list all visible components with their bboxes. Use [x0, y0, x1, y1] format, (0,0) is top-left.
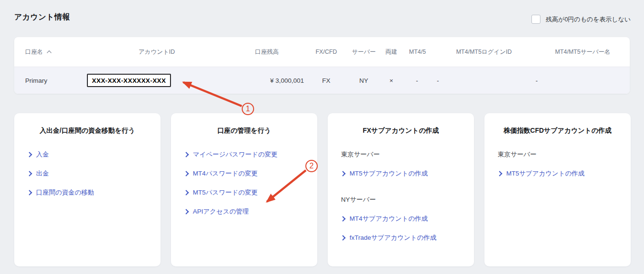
link-api-access[interactable]: APIアクセスの管理	[184, 207, 249, 216]
link-mt4-password[interactable]: MT4パスワードの変更	[184, 169, 258, 178]
server-group-label: 東京サーバー	[498, 150, 537, 159]
chevron-right-icon	[27, 190, 32, 195]
link-ny-fxtrade-sub-label: fxTradeサブアカウントの作成	[350, 233, 436, 242]
card-fx-sub-title: FXサブアカウントの作成	[334, 126, 467, 135]
ny-server-group: NYサーバー MT4サブアカウントの作成 fxTradeサブアカウントの作成	[341, 195, 436, 242]
column-fx-cfd: FX/CFD	[315, 49, 337, 55]
link-withdrawal-label: 出金	[36, 169, 49, 178]
column-balance: 口座残高	[255, 48, 279, 56]
column-account-id: アカウントID	[139, 48, 175, 56]
mt4-5-cell-2: -	[437, 77, 439, 84]
link-fund-transfer-label: 口座間の資金の移動	[36, 188, 94, 197]
login-id-cell: -	[536, 77, 538, 84]
card-fx-sub: FXサブアカウントの作成 東京サーバー MT5サブアカウントの作成 NYサーバー…	[328, 113, 474, 266]
card-cfd-sub-title: 株価指数CFDサブアカウントの作成	[491, 126, 624, 135]
link-mt5-password-label: MT5パスワードの変更	[193, 188, 258, 197]
link-mt4-password-label: MT4パスワードの変更	[193, 169, 258, 178]
chevron-right-icon	[183, 152, 189, 157]
tokyo-server-group: 東京サーバー MT5サブアカウントの作成	[341, 150, 428, 178]
chevron-right-icon	[183, 209, 189, 214]
chevron-right-icon	[340, 235, 345, 240]
link-mt5-password[interactable]: MT5パスワードの変更	[184, 188, 258, 197]
chevron-right-icon	[183, 190, 189, 195]
column-mt4-mt5-server-name: MT4/MT5サーバー名	[555, 48, 611, 56]
sort-asc-icon	[47, 50, 51, 55]
account-id-box: XXX-XXX-XXXXXX-XXX	[87, 74, 171, 87]
link-cfd-tokyo-mt5-sub-label: MT5サブアカウントの作成	[506, 169, 585, 178]
accounts-table: 口座名 アカウントID 口座残高 FX/CFD サーバー 両建 MT4/5 MT…	[14, 37, 630, 94]
column-account-name-label: 口座名	[25, 48, 43, 56]
server-group-label: 東京サーバー	[341, 150, 380, 159]
fx-cfd-cell: FX	[322, 77, 330, 84]
card-funds-title: 入出金/口座間の資金移動を行う	[21, 126, 154, 135]
chevron-right-icon	[340, 216, 345, 221]
table-row: Primary XXX-XXX-XXXXXX-XXX ¥ 3,000,001 F…	[14, 67, 630, 94]
chevron-right-icon	[183, 171, 189, 176]
card-manage-title: 口座の管理を行う	[178, 126, 311, 135]
link-tokyo-mt5-sub-label: MT5サブアカウントの作成	[350, 169, 428, 178]
link-ny-mt4-sub-label: MT4サブアカウントの作成	[350, 214, 428, 223]
link-mypage-password-label: マイページパスワードの変更	[193, 150, 277, 159]
link-ny-fxtrade-sub[interactable]: fxTradeサブアカウントの作成	[341, 233, 436, 242]
page-title: アカウント情報	[14, 12, 70, 22]
link-deposit-label: 入金	[36, 150, 49, 159]
column-account-name[interactable]: 口座名	[25, 48, 51, 56]
chevron-right-icon	[497, 171, 502, 176]
link-fund-transfer[interactable]: 口座間の資金の移動	[28, 188, 94, 197]
mt4-5-cell: -	[416, 77, 418, 84]
balance-cell: ¥ 3,000,001	[228, 77, 304, 84]
account-name-cell: Primary	[25, 77, 47, 84]
hide-zero-balance-checkbox[interactable]	[531, 15, 540, 24]
hedge-cell: ×	[389, 77, 393, 84]
server-group-label: NYサーバー	[341, 195, 376, 204]
chevron-right-icon	[340, 171, 345, 176]
link-withdrawal[interactable]: 出金	[28, 169, 49, 178]
server-cell: NY	[360, 77, 369, 84]
link-tokyo-mt5-sub[interactable]: MT5サブアカウントの作成	[341, 169, 428, 178]
table-header: 口座名 アカウントID 口座残高 FX/CFD サーバー 両建 MT4/5 MT…	[14, 37, 630, 67]
column-mt4-5: MT4/5	[409, 49, 426, 55]
link-mypage-password[interactable]: マイページパスワードの変更	[184, 150, 277, 159]
tokyo-server-group: 東京サーバー MT5サブアカウントの作成	[498, 150, 585, 178]
column-mt4-mt5-login-id: MT4/MT5ログインID	[456, 48, 511, 56]
column-server: サーバー	[352, 48, 376, 56]
card-cfd-sub: 株価指数CFDサブアカウントの作成 東京サーバー MT5サブアカウントの作成	[484, 113, 631, 266]
link-ny-mt4-sub[interactable]: MT4サブアカウントの作成	[341, 214, 428, 223]
card-funds: 入出金/口座間の資金移動を行う 入金 出金 口座間の資金の移動	[14, 113, 161, 266]
column-hedge: 両建	[386, 48, 398, 56]
card-manage: 口座の管理を行う マイページパスワードの変更 MT4パスワードの変更 MT5パス…	[171, 113, 317, 266]
hide-zero-balance-filter: 残高が0円のものを表示しない	[531, 15, 631, 24]
chevron-right-icon	[27, 171, 32, 176]
link-deposit[interactable]: 入金	[28, 150, 49, 159]
hide-zero-balance-label[interactable]: 残高が0円のものを表示しない	[546, 15, 631, 24]
chevron-right-icon	[27, 152, 32, 157]
link-cfd-tokyo-mt5-sub[interactable]: MT5サブアカウントの作成	[498, 169, 585, 178]
link-api-access-label: APIアクセスの管理	[193, 207, 249, 216]
